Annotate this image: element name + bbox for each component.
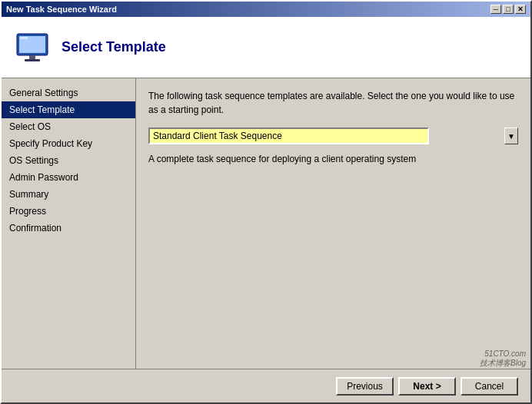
- template-select-container: Standard Client Task Sequence Standard S…: [148, 127, 518, 144]
- sidebar-item-summary[interactable]: Summary: [2, 186, 135, 203]
- previous-button[interactable]: Previous: [336, 377, 394, 396]
- cancel-button[interactable]: Cancel: [461, 377, 518, 396]
- svg-rect-3: [25, 59, 40, 61]
- watermark: 51CTO.com 技术博客Blog: [480, 349, 526, 369]
- sidebar-item-confirmation[interactable]: Confirmation: [2, 220, 135, 237]
- title-bar: New Task Sequence Wizard ─ □ ✕: [2, 2, 530, 17]
- sidebar-item-select-template[interactable]: Select Template: [2, 101, 135, 118]
- content-area: The following task sequence templates ar…: [136, 78, 530, 369]
- select-dropdown-arrow: ▼: [504, 127, 518, 144]
- wizard-icon: [14, 29, 51, 66]
- sidebar-item-progress[interactable]: Progress: [2, 203, 135, 220]
- template-select[interactable]: Standard Client Task Sequence Standard S…: [148, 127, 429, 144]
- watermark-text: 51CTO.com: [480, 349, 526, 358]
- svg-rect-2: [29, 55, 35, 59]
- wizard-footer: Previous Next > Cancel: [2, 369, 530, 402]
- wizard-body: General Settings Select Template Select …: [2, 78, 530, 369]
- maximize-button[interactable]: □: [503, 5, 514, 14]
- close-button[interactable]: ✕: [515, 5, 526, 14]
- wizard-header: Select Template: [2, 17, 530, 78]
- sidebar-item-select-os[interactable]: Select OS: [2, 118, 135, 135]
- sidebar-item-specify-product-key[interactable]: Specify Product Key: [2, 135, 135, 152]
- sidebar-item-admin-password[interactable]: Admin Password: [2, 169, 135, 186]
- title-bar-buttons: ─ □ ✕: [490, 5, 526, 14]
- sidebar-item-os-settings[interactable]: OS Settings: [2, 152, 135, 169]
- window-title: New Task Sequence Wizard: [6, 5, 117, 14]
- content-description: The following task sequence templates ar…: [148, 89, 518, 117]
- next-button[interactable]: Next >: [398, 377, 456, 396]
- sidebar-item-general-settings[interactable]: General Settings: [2, 84, 135, 101]
- minimize-button[interactable]: ─: [490, 5, 501, 14]
- wizard-window: New Task Sequence Wizard ─ □ ✕ Select: [0, 0, 532, 404]
- template-hint: A complete task sequence for deploying a…: [148, 154, 518, 164]
- svg-rect-4: [20, 37, 28, 39]
- watermark-sub: 技术博客Blog: [480, 358, 526, 369]
- sidebar: General Settings Select Template Select …: [2, 78, 136, 369]
- header-title: Select Template: [62, 39, 166, 55]
